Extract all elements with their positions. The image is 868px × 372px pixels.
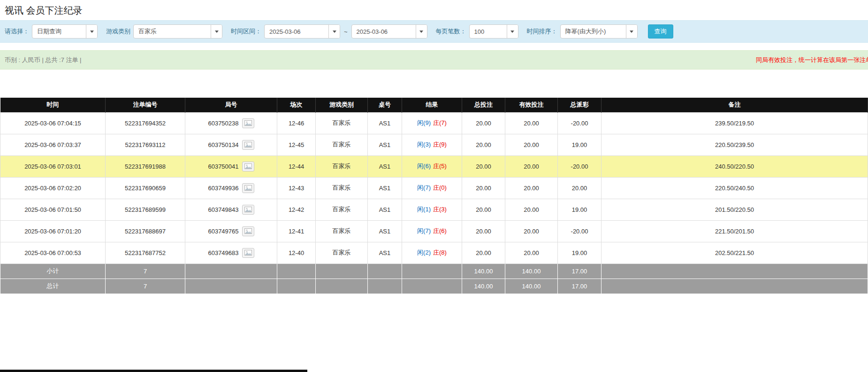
chevron-down-icon[interactable] [416, 25, 427, 38]
total-row-valid-bet: 140.00 [505, 279, 558, 294]
cell-bet-id: 522317694352 [106, 112, 185, 134]
round-replay-icon[interactable] [242, 248, 254, 258]
subtotal-row-time: 小计 [0, 264, 106, 279]
date-from-select[interactable]: 2025-03-06 [264, 24, 340, 39]
filter-bar: 请选择： 日期查询 游戏类别 百家乐 时间区间： 2025-03-06 ~ 20… [0, 20, 868, 43]
round-replay-icon[interactable] [242, 118, 254, 128]
cell-session: 12-43 [277, 177, 316, 199]
date-to-select[interactable]: 2025-03-06 [351, 24, 427, 39]
subtotal-row: 小计7140.00140.0017.00 [0, 264, 868, 279]
cell-result: 闲(1)庄(3) [402, 199, 462, 220]
cell-table-no: AS1 [368, 112, 402, 134]
query-type-select[interactable]: 日期查询 [32, 24, 98, 39]
cell-round: 603749843 [185, 199, 277, 220]
table-row: 2025-03-06 07:01:20522317688697603749765… [0, 220, 868, 242]
page: 视讯 会员下注纪录 请选择： 日期查询 游戏类别 百家乐 时间区间： 2025-… [0, 0, 868, 294]
cell-game-type: 百家乐 [316, 220, 368, 242]
cell-valid-bet: 20.00 [505, 155, 558, 177]
subtotal-row-game-type [316, 264, 368, 279]
cell-game-type: 百家乐 [316, 134, 368, 155]
sort-order-select[interactable]: 降幂(由大到小) [560, 24, 638, 39]
column-header-time: 时间 [0, 98, 106, 112]
total-row-table-no [368, 279, 402, 294]
cell-table-no: AS1 [368, 220, 402, 242]
page-size-value: 100 [470, 28, 507, 35]
total-row-time: 总计 [0, 279, 106, 294]
cell-total-bet[interactable]: 20.00 [462, 177, 505, 199]
date-from-value: 2025-03-06 [265, 28, 328, 35]
column-header-valid-bet: 有效投注 [505, 98, 558, 112]
column-header-result: 结果 [402, 98, 462, 112]
cell-round: 603750238 [185, 112, 277, 134]
cell-time: 2025-03-06 07:02:20 [0, 177, 106, 199]
cell-payout: -20.00 [558, 112, 602, 134]
cell-note: 221.50/201.50 [602, 220, 868, 242]
cell-time: 2025-03-06 07:03:37 [0, 134, 106, 155]
partial-next-section [0, 370, 307, 372]
round-replay-icon[interactable] [242, 140, 254, 150]
result-banker: 庄(6) [433, 227, 447, 234]
subtotal-row-session [277, 264, 316, 279]
chevron-down-icon[interactable] [328, 25, 340, 38]
sort-order-label: 时间排序： [527, 27, 557, 36]
cell-round: 603749936 [185, 177, 277, 199]
currency-total-text: 币别 : 人民币 | 总共 :7 注单 | [5, 56, 82, 64]
chevron-down-icon[interactable] [86, 25, 97, 38]
game-type-value: 百家乐 [134, 27, 211, 36]
cell-session: 12-45 [277, 134, 316, 155]
round-replay-icon[interactable] [242, 226, 254, 236]
round-number: 603750134 [208, 141, 238, 148]
result-player: 闲(6) [417, 163, 431, 170]
round-replay-icon[interactable] [242, 162, 254, 171]
game-type-select[interactable]: 百家乐 [133, 24, 222, 39]
cell-total-bet[interactable]: 20.00 [462, 220, 505, 242]
cell-round: 603749765 [185, 220, 277, 242]
result-banker: 庄(7) [433, 119, 447, 126]
result-banker: 庄(9) [433, 141, 447, 148]
cell-session: 12-46 [277, 112, 316, 134]
cell-table-no: AS1 [368, 199, 402, 220]
cell-payout: 19.00 [558, 199, 602, 220]
cell-time: 2025-03-06 07:01:50 [0, 199, 106, 220]
cell-session: 12-44 [277, 155, 316, 177]
chevron-down-icon[interactable] [626, 25, 637, 38]
cell-total-bet[interactable]: 20.00 [462, 134, 505, 155]
cell-payout: 20.00 [558, 177, 602, 199]
result-banker: 庄(8) [433, 249, 447, 256]
result-player: 闲(7) [417, 227, 431, 234]
cell-result: 闲(2)庄(8) [402, 242, 462, 264]
notice-text: 同局有效投注，统一计算在该局第一张注单 [756, 56, 868, 64]
column-header-total-bet: 总投注 [462, 98, 505, 112]
page-size-select[interactable]: 100 [469, 24, 518, 39]
column-header-game-type: 游戏类别 [316, 98, 368, 112]
page-title: 视讯 会员下注纪录 [0, 0, 868, 20]
cell-total-bet[interactable]: 20.00 [462, 155, 505, 177]
column-header-table-no: 桌号 [368, 98, 402, 112]
total-row-payout: 17.00 [558, 279, 602, 294]
cell-total-bet[interactable]: 20.00 [462, 242, 505, 264]
round-number: 603749765 [208, 228, 238, 235]
caret-glyph [215, 31, 219, 33]
total-row-game-type [316, 279, 368, 294]
cell-total-bet[interactable]: 20.00 [462, 112, 505, 134]
subtotal-row-payout: 17.00 [558, 264, 602, 279]
cell-game-type: 百家乐 [316, 155, 368, 177]
chevron-down-icon[interactable] [507, 25, 518, 38]
cell-total-bet[interactable]: 20.00 [462, 199, 505, 220]
result-player: 闲(2) [417, 249, 431, 256]
chevron-down-icon[interactable] [211, 25, 222, 38]
cell-payout: -20.00 [558, 155, 602, 177]
round-replay-icon[interactable] [242, 205, 254, 215]
subtotal-row-result [402, 264, 462, 279]
sort-order-value: 降幂(由大到小) [561, 27, 626, 36]
round-replay-icon[interactable] [242, 183, 254, 193]
cell-payout: 19.00 [558, 134, 602, 155]
cell-valid-bet: 20.00 [505, 199, 558, 220]
cell-bet-id: 522317688697 [106, 220, 185, 242]
cell-time: 2025-03-06 07:01:20 [0, 220, 106, 242]
cell-result: 闲(7)庄(0) [402, 177, 462, 199]
total-row-total-bet: 140.00 [462, 279, 505, 294]
cell-bet-id: 522317691988 [106, 155, 185, 177]
cell-game-type: 百家乐 [316, 199, 368, 220]
search-button[interactable]: 查询 [648, 24, 673, 39]
